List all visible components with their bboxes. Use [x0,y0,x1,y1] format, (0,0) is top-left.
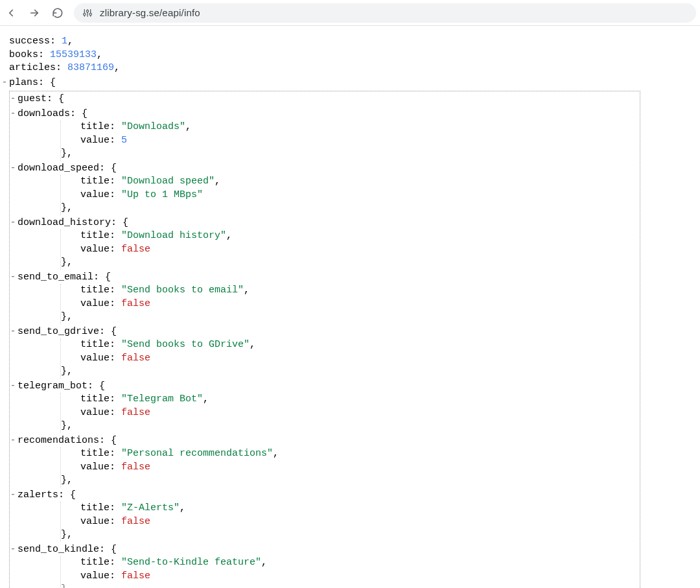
json-field-download_speed-value: value: "Up to 1 MBps" [61,189,640,202]
json-field-download_history-close: }, [61,256,640,270]
json-field-recomendations-body: title: "Personal recommendations",value:… [60,447,640,488]
svg-point-5 [86,10,88,12]
json-field-download_history-open: -download_history: { [10,215,640,230]
json-field-success: success: 1, [9,35,691,49]
json-field-send_to_email-title: title: "Send books to email", [61,284,640,298]
json-field-zalerts-body: title: "Z-Alerts",value: false}, [60,502,640,542]
json-field-zalerts-close: }, [61,528,640,542]
json-field-send_to_gdrive-title: title: "Send books to GDrive", [61,338,640,352]
json-field-download_speed-body: title: "Download speed",value: "Up to 1 … [60,175,640,215]
json-field-telegram_bot-close: }, [61,419,640,433]
json-field-zalerts-title: title: "Z-Alerts", [61,502,640,515]
json-field-download_history-title: title: "Download history", [61,229,640,243]
json-field-recomendations-close: }, [61,474,640,488]
json-field-send_to_gdrive-close: }, [61,365,640,379]
json-field-telegram_bot-body: title: "Telegram Bot",value: false}, [60,393,640,433]
json-field-send_to_kindle-value: value: false [61,570,640,583]
collapse-toggle-icon[interactable]: - [10,215,16,229]
svg-point-6 [89,13,91,15]
json-field-send_to_email-value: value: false [61,298,640,311]
guest-entries: -downloads: {title: "Downloads",value: 5… [10,106,640,589]
json-field-downloads-title: title: "Downloads", [61,121,640,134]
collapse-toggle-icon[interactable]: - [10,433,16,447]
json-field-send_to_kindle-open: -send_to_kindle: { [10,542,640,557]
json-field-send_to_kindle-body: title: "Send-to-Kindle feature",value: f… [60,556,640,588]
json-field-send_to_gdrive-open: -send_to_gdrive: { [10,324,640,339]
json-field-telegram_bot-title: title: "Telegram Bot", [61,393,640,406]
json-field-articles: articles: 83871169, [9,62,691,75]
svg-point-4 [84,13,86,15]
plans-block: -guest: { -downloads: {title: "Downloads… [9,91,640,588]
json-field-guest-open: -guest: { [10,91,640,106]
json-field-download_speed-title: title: "Download speed", [61,175,640,189]
json-viewer: success: 1, books: 15539133, articles: 8… [0,26,700,588]
json-field-recomendations-open: -recomendations: { [10,433,640,448]
site-settings-icon[interactable] [82,7,93,19]
json-field-download_history-body: title: "Download history",value: false}, [60,229,640,270]
json-field-downloads-open: -downloads: { [10,106,640,121]
collapse-toggle-icon[interactable]: - [10,91,16,105]
collapse-toggle-icon[interactable]: - [10,106,16,120]
collapse-toggle-icon[interactable]: - [10,488,16,501]
json-field-send_to_kindle-close: } [61,583,640,588]
collapse-toggle-icon[interactable]: - [10,161,16,174]
forward-button[interactable] [27,6,41,20]
json-field-send_to_email-open: -send_to_email: { [10,270,640,285]
json-field-downloads-close: }, [61,147,640,161]
json-field-downloads-value: value: 5 [61,134,640,148]
json-field-send_to_email-close: }, [61,311,640,324]
json-field-telegram_bot-value: value: false [61,406,640,420]
json-field-download_speed-close: }, [61,202,640,215]
json-field-send_to_gdrive-value: value: false [61,352,640,366]
json-field-download_speed-open: -download_speed: { [10,161,640,176]
reload-button[interactable] [51,6,65,20]
json-field-send_to_kindle-title: title: "Send-to-Kindle feature", [61,556,640,570]
browser-toolbar: zlibrary-sg.se/eapi/info [0,0,700,26]
url-text: zlibrary-sg.se/eapi/info [100,7,200,18]
collapse-toggle-icon[interactable]: - [10,542,16,556]
json-field-download_history-value: value: false [61,243,640,257]
json-field-zalerts-open: -zalerts: { [10,488,640,502]
address-bar[interactable]: zlibrary-sg.se/eapi/info [74,3,696,23]
json-field-plans-open: -plans: { [1,75,691,90]
collapse-toggle-icon[interactable]: - [1,75,8,89]
json-field-send_to_email-body: title: "Send books to email",value: fals… [60,284,640,324]
collapse-toggle-icon[interactable]: - [10,379,16,392]
collapse-toggle-icon[interactable]: - [10,324,16,338]
json-field-recomendations-value: value: false [61,461,640,475]
back-button[interactable] [4,6,18,20]
json-field-books: books: 15539133, [9,49,691,62]
json-field-zalerts-value: value: false [61,515,640,529]
json-field-recomendations-title: title: "Personal recommendations", [61,447,640,461]
json-field-telegram_bot-open: -telegram_bot: { [10,379,640,394]
json-field-send_to_gdrive-body: title: "Send books to GDrive",value: fal… [60,338,640,379]
json-field-downloads-body: title: "Downloads",value: 5}, [60,121,640,161]
collapse-toggle-icon[interactable]: - [10,270,16,283]
